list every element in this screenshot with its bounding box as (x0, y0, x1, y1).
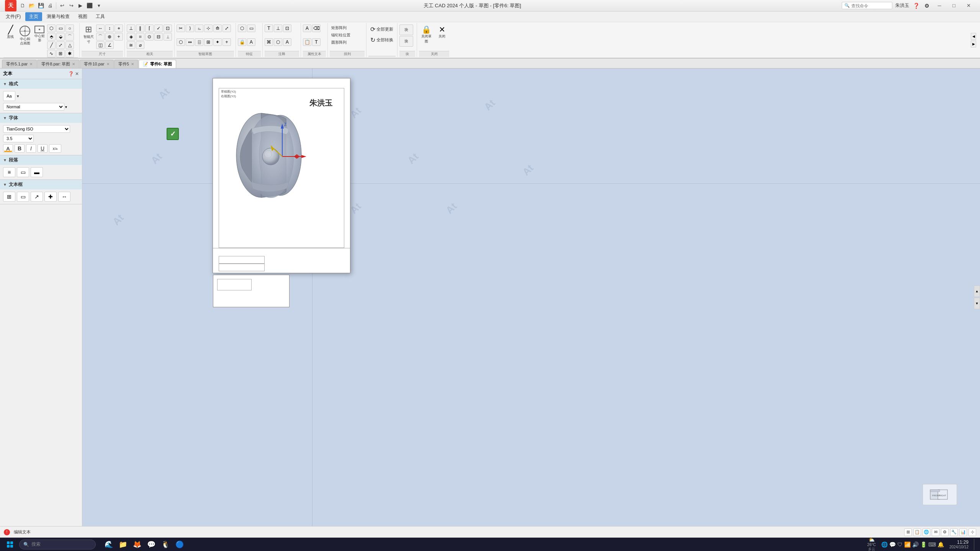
systray-icon-6[interactable]: 🔋 (920, 541, 927, 548)
font-size-select[interactable]: 3.5 2.5 5 7 (3, 135, 34, 142)
sketch-btn-8[interactable]: ↭ (186, 38, 194, 46)
doc-tab-4[interactable]: 📝 零件6: 草图 (139, 60, 176, 68)
panel-help-icon[interactable]: ❓ (68, 71, 74, 77)
status-icon-2[interactable]: 📋 (913, 528, 921, 536)
close-sketch-btn[interactable]: 🔒 关闭草图 (419, 24, 434, 46)
systray-icon-8[interactable]: 🔔 (937, 541, 944, 548)
author-text[interactable]: 朱洪玉 (309, 98, 332, 108)
tool-small-11[interactable]: ⊞ (56, 50, 65, 57)
rel-btn-4[interactable]: ✓ (154, 24, 163, 32)
tool-small-4[interactable]: ⬘ (47, 33, 56, 41)
status-icon-6[interactable]: 🔧 (950, 528, 958, 536)
font-name-select[interactable]: TianGong ISO Arial SimSun (3, 125, 70, 133)
txbox-btn-2[interactable]: ▭ (17, 192, 29, 202)
tool-line[interactable]: ╱ 直线 (3, 24, 17, 47)
maximize-btn[interactable]: □ (948, 2, 960, 10)
status-icon-7[interactable]: 📊 (959, 528, 967, 536)
sketch-btn-4[interactable]: ⊹ (204, 24, 213, 32)
clock-widget[interactable]: 11:29 2024/10/12 (947, 539, 971, 550)
settings-icon[interactable]: ⚙ (923, 2, 931, 10)
nav-cube[interactable]: FRONT RIGHT (923, 484, 957, 505)
menu-tools[interactable]: 工具 (92, 12, 109, 21)
menu-file[interactable]: 文件(F) (2, 12, 25, 21)
qa-stop[interactable]: ⬛ (85, 2, 94, 10)
status-icon-1[interactable]: ⊞ (904, 528, 912, 536)
qa-undo[interactable]: ↩ (58, 2, 66, 10)
minimize-btn[interactable]: ─ (934, 2, 945, 10)
systray-icon-4[interactable]: 📶 (904, 541, 911, 548)
para-rect-btn[interactable]: ▬ (31, 167, 43, 177)
taskbar-app-2[interactable]: 📁 (117, 539, 129, 550)
para-list-btn[interactable]: ≡ (3, 167, 15, 177)
panel-close-icon[interactable]: ✕ (75, 71, 79, 77)
ribbon-collapse-right[interactable]: ▶ (971, 41, 976, 47)
dim-btn-8[interactable]: ∠ (105, 41, 114, 49)
tool-small-9[interactable]: △ (65, 41, 74, 49)
dim-btn-5[interactable]: ⊕ (105, 33, 114, 41)
btn-text-color[interactable]: A (3, 144, 13, 153)
arrange-pin-pos[interactable]: 锚钉柱位置 (330, 32, 352, 39)
tool-small-10[interactable]: ∿ (47, 50, 56, 57)
sketch-btn-10[interactable]: ⊞ (204, 38, 213, 46)
search-bar[interactable]: 🔍 (842, 2, 892, 9)
sketch-btn-6[interactable]: ⤢ (223, 24, 231, 32)
qa-redo[interactable]: ↪ (67, 2, 75, 10)
txbox-btn-4[interactable]: ✚ (44, 192, 57, 202)
ribbon-collapse-left[interactable]: ◀ (971, 33, 976, 40)
txbox-btn-1[interactable]: ⊞ (3, 192, 15, 202)
qa-save2[interactable]: 💾 (37, 2, 45, 10)
rel-btn-10[interactable]: ⟂ (164, 33, 172, 41)
section-format-header[interactable]: ▼ 格式 (0, 79, 82, 89)
taskbar-app-6[interactable]: 🔵 (173, 539, 186, 550)
tool-small-3[interactable]: ○ (65, 24, 74, 32)
section-font-header[interactable]: ▼ 字体 (0, 113, 82, 123)
convert-all-btn[interactable]: ↻全部转换 (368, 35, 395, 45)
update-all-btn[interactable]: ⟳全部更新 (368, 24, 395, 34)
annot-btn-3[interactable]: ⊡ (283, 24, 291, 32)
rel-btn-11[interactable]: ≅ (127, 41, 135, 49)
format-style-icon[interactable]: Aa (3, 91, 15, 101)
systray-icon-7[interactable]: ⌨ (928, 541, 936, 548)
qa-dropdown[interactable]: ▾ (95, 2, 103, 10)
menu-home[interactable]: 主页 (25, 12, 42, 21)
status-icon-4[interactable]: ✉ (932, 528, 939, 536)
systray-icon-3[interactable]: 🛡 (897, 541, 903, 548)
btn-superscript[interactable]: x2₃ (49, 144, 61, 153)
sketch-btn-1[interactable]: ✂ (177, 24, 185, 32)
taskbar-search[interactable]: 🔍 搜索 (19, 540, 96, 549)
tab-close-0[interactable]: ✕ (29, 62, 33, 66)
confirm-button[interactable]: ✓ (167, 128, 179, 140)
qa-print[interactable]: 🖨 (46, 2, 54, 10)
rel-btn-3[interactable]: ⌈ (145, 24, 154, 32)
para-box-btn[interactable]: ▭ (17, 167, 29, 177)
arrange-rect-array[interactable]: 矩形阵列 (330, 24, 352, 31)
annot-btn-1[interactable]: T (265, 24, 273, 32)
tool-center-point[interactable]: 中心和点画图 (18, 24, 32, 47)
sketch-btn-11[interactable]: ✦ (213, 38, 222, 46)
tool-center-rect[interactable]: 中心矩形 (33, 24, 46, 47)
right-arrow-up[interactable]: ▲ (974, 285, 980, 297)
status-icon-8[interactable]: ⊹ (969, 528, 976, 536)
section-para-header[interactable]: ▼ 段落 (0, 155, 82, 165)
btn-italic[interactable]: I (26, 144, 36, 153)
style-select[interactable]: Normal Heading 1 Heading 2 (3, 103, 64, 111)
dim-btn-2[interactable]: ↕ (105, 24, 114, 32)
menu-measure[interactable]: 测量与检查 (43, 12, 74, 21)
menu-view[interactable]: 视图 (74, 12, 91, 21)
rel-btn-12[interactable]: ⌀ (136, 41, 144, 49)
rel-btn-6[interactable]: ◈ (127, 33, 135, 41)
status-icon-5[interactable]: ⚙ (941, 528, 949, 536)
btn-bold[interactable]: B (15, 144, 25, 153)
systray-icon-2[interactable]: 💬 (889, 541, 896, 548)
help-icon[interactable]: ❓ (912, 2, 920, 10)
sketch-btn-2[interactable]: ⟩ (186, 24, 194, 32)
close-btn[interactable]: ✕ (963, 2, 974, 10)
weather-widget[interactable]: ⛅ 26°C 多云 (865, 536, 878, 551)
annot-btn-6[interactable]: A (283, 38, 291, 46)
rel-btn-8[interactable]: ⊙ (145, 33, 154, 41)
start-btn[interactable] (4, 539, 16, 550)
doc-tab-0[interactable]: 零件5.1.par ✕ (2, 60, 37, 68)
dim-btn-1[interactable]: ↔ (96, 24, 105, 32)
rel-btn-1[interactable]: ⊥ (127, 24, 135, 32)
feat-btn-3[interactable]: 🔒 (238, 38, 246, 46)
